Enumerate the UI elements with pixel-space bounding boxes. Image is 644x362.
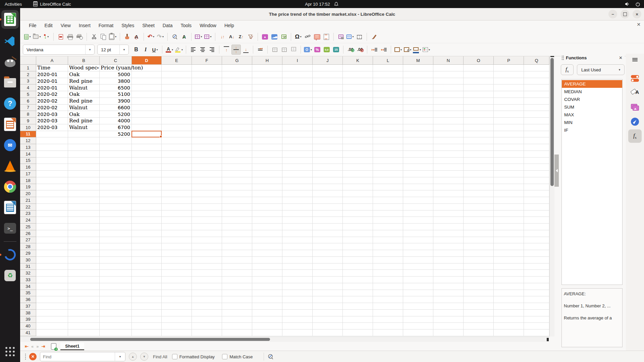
std-clone-formatting-button[interactable] [123,32,131,42]
cell-P34[interactable] [494,283,524,290]
cell-E14[interactable] [162,151,192,158]
cell-K28[interactable] [343,243,373,250]
cell-K7[interactable] [343,105,373,111]
cell-N6[interactable] [433,98,464,105]
std-redo-button[interactable]: ↷▾ [156,32,165,42]
close-document-icon[interactable]: ✕ [637,22,641,27]
column-header-H[interactable]: H [252,56,282,65]
cell-P14[interactable] [494,151,524,158]
cell-E1[interactable] [162,65,192,71]
cell-Q33[interactable] [524,277,549,283]
row-header-22[interactable]: 22 [20,204,36,210]
cell-L7[interactable] [373,105,403,111]
cell-D25[interactable] [132,224,162,230]
cell-I39[interactable] [282,316,313,323]
cell-N27[interactable] [433,237,464,244]
cell-O28[interactable] [464,243,494,250]
cell-L24[interactable] [373,217,403,224]
cell-B3[interactable]: Red pine [68,78,100,85]
toolbar-grip[interactable] [25,353,26,360]
cell-D36[interactable] [132,296,162,303]
cell-H10[interactable] [252,124,282,131]
close-button[interactable]: × [633,10,641,18]
cell-M5[interactable] [403,91,433,98]
cell-L39[interactable] [373,316,403,323]
cell-L31[interactable] [373,263,403,270]
cell-J1[interactable] [313,65,343,71]
cell-M28[interactable] [403,243,433,250]
cell-G34[interactable] [222,283,252,290]
cell-Q18[interactable] [524,177,549,184]
chevron-down-icon[interactable]: ▾ [115,352,125,361]
cell-M33[interactable] [403,277,433,283]
cell-Q35[interactable] [524,290,549,297]
cell-H8[interactable] [252,111,282,118]
cell-F38[interactable] [192,310,222,316]
cell-N16[interactable] [433,164,464,171]
cell-G19[interactable] [222,184,252,191]
row-header-16[interactable]: 16 [20,164,36,171]
cell-D41[interactable] [132,329,162,336]
cell-F29[interactable] [192,250,222,257]
checkbox-icon[interactable] [222,354,227,359]
column-header-K[interactable]: K [343,56,373,65]
cell-Q36[interactable] [524,296,549,303]
cell-D10[interactable] [132,124,162,131]
dock-item-files[interactable] [1,72,19,93]
cell-G18[interactable] [222,177,252,184]
fmt-align-bottom-button[interactable]: ↓ [241,45,250,54]
cell-D22[interactable] [132,204,162,210]
row-header-19[interactable]: 19 [20,184,36,191]
cell-C9[interactable]: 4000 [100,118,132,124]
cell-L13[interactable] [373,144,403,151]
dock-item-libreoffice-impress[interactable] [1,114,19,135]
row-header-12[interactable]: 12 [20,137,36,144]
cell-F15[interactable] [192,158,222,164]
cell-C25[interactable] [100,224,132,230]
cell-B23[interactable] [68,210,100,217]
cell-B24[interactable] [68,217,100,224]
cell-N28[interactable] [433,243,464,250]
cell-H9[interactable] [252,118,282,124]
cell-C17[interactable] [100,171,132,177]
fmt-unmerge-cells-button[interactable] [289,45,298,54]
cell-I38[interactable] [282,310,313,316]
cell-A39[interactable] [36,316,68,323]
cell-O38[interactable] [464,310,494,316]
cell-G17[interactable] [222,171,252,177]
cell-A36[interactable] [36,296,68,303]
focused-app-menu[interactable]: LibreOffice Calc [33,1,71,7]
cell-K41[interactable] [343,329,373,336]
cell-Q6[interactable] [524,98,549,105]
cell-A5[interactable]: 2020-02 [36,91,68,98]
cell-P39[interactable] [494,316,524,323]
cell-I33[interactable] [282,277,313,283]
cell-F32[interactable] [192,270,222,277]
cell-M19[interactable] [403,184,433,191]
cell-M10[interactable] [403,124,433,131]
cell-G13[interactable] [222,144,252,151]
cell-P1[interactable] [494,65,524,71]
cell-L20[interactable] [373,190,403,197]
cell-H35[interactable] [252,290,282,297]
cell-Q24[interactable] [524,217,549,224]
column-header-D[interactable]: D [132,56,162,65]
cell-G10[interactable] [222,124,252,131]
row-header-27[interactable]: 27 [20,237,36,244]
add-sheet-icon[interactable]: + [51,343,56,350]
dock-item-terminal[interactable]: >_ [1,218,19,239]
cell-L15[interactable] [373,158,403,164]
cell-M24[interactable] [403,217,433,224]
cell-C7[interactable]: 6600 [100,105,132,111]
column-header-E[interactable]: E [162,56,192,65]
show-apps-button[interactable] [1,341,19,362]
cell-H30[interactable] [252,257,282,263]
cell-Q16[interactable] [524,164,549,171]
cell-F34[interactable] [192,283,222,290]
checkbox-icon[interactable] [172,354,177,359]
row-header-37[interactable]: 37 [20,303,36,310]
cell-H16[interactable] [252,164,282,171]
cell-L35[interactable] [373,290,403,297]
cell-P33[interactable] [494,277,524,283]
cell-B2[interactable]: Oak [68,71,100,78]
